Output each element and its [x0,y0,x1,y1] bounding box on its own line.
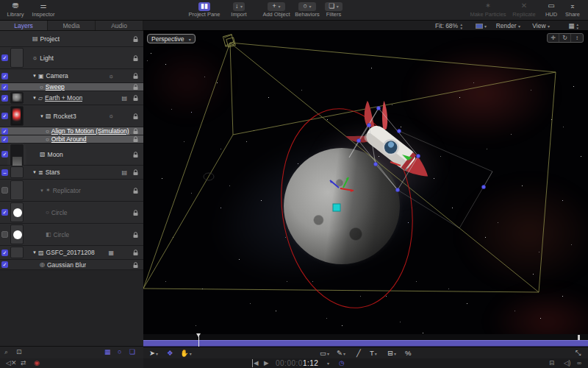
layer-row-gaussian-blur[interactable]: ✓◎Gaussian Blur [0,260,143,270]
layer-label[interactable]: Sweep [46,83,65,91]
layer-checkbox[interactable] [1,231,8,238]
import-button[interactable]: ↓ ▾ Import [226,1,251,18]
orbit-path[interactable] [269,100,425,316]
layer-checkbox[interactable]: ✓ [1,136,8,143]
layer-checkbox[interactable]: ✓ [1,95,8,102]
lock-icon[interactable] [133,52,138,65]
layer-label[interactable]: Rocket3 [54,113,76,120]
layer-checkbox[interactable]: ✓ [1,151,8,158]
dolly-3d-icon[interactable]: ↕ [571,34,583,42]
layer-checkbox[interactable]: ✓ [1,261,8,268]
layer-checkbox[interactable]: – [1,169,8,176]
out-point-marker[interactable] [578,335,580,340]
disclosure-triangle-icon[interactable]: ▼ [40,188,44,193]
layer-row-rocket3[interactable]: ✓▼▧Rocket3☼ [0,105,143,127]
audio-mute-icon[interactable]: ◁✕ [6,359,16,367]
transform-3d-icon[interactable]: ❖ [167,349,173,358]
layer-row-orbit-around[interactable]: ✓○Orbit Around [0,135,143,144]
layer-checkbox[interactable]: ✓ [1,54,8,61]
layer-label[interactable]: Moon [48,151,63,158]
timecode-display[interactable]: 00:00:01:12 [276,358,318,368]
gear-icon[interactable]: ☼ [109,113,114,119]
lock-icon[interactable] [133,91,138,105]
layer-label[interactable]: Circle [54,231,70,238]
lock-icon[interactable] [133,258,138,272]
layer-row-replicator[interactable]: ▼✶Replicator [0,180,143,202]
move-3d-icon[interactable]: ✛ [548,34,559,42]
lock-icon[interactable] [133,110,138,123]
window-layout-control[interactable]: ▦ ▲▼ [568,21,579,31]
anchor-point-handle[interactable] [333,204,340,211]
layer-checkbox[interactable]: ✓ [1,84,8,91]
layer-checkbox[interactable]: ✓ [1,209,8,216]
stepper-icon[interactable]: ▲▼ [460,23,463,30]
timeline-scrubber[interactable] [143,340,588,347]
layer-row-stars[interactable]: –▼≣Stars▤ [0,166,143,180]
tab-media[interactable]: Media [48,21,96,30]
tab-audio[interactable]: Audio [96,21,143,30]
layer-row-circle[interactable]: ◧Circle [0,224,143,246]
lock-icon[interactable] [133,246,138,259]
layers-pane-icon[interactable]: ❏ [129,348,135,355]
select-arrow-icon[interactable]: ➤▾ [149,349,158,358]
layer-label[interactable]: Project [40,35,60,43]
disclosure-triangle-icon[interactable]: ▼ [40,114,44,118]
hud-button[interactable]: ▭ HUD [541,1,562,18]
disclosure-triangle-icon[interactable]: ▼ [32,250,37,255]
selection-handle-dots[interactable] [356,106,485,191]
pane-icon[interactable]: ⊡ [16,348,22,355]
layer-label[interactable]: Stars [46,169,60,176]
layer-checkbox[interactable]: ✓ [1,73,8,79]
layer-label[interactable]: Earth + Moon [45,94,82,102]
record-icon[interactable]: ◉ [34,359,40,367]
resize-panel-icon[interactable]: ⤡ [576,349,581,358]
layer-checkbox[interactable]: ✓ [1,250,8,256]
library-button[interactable]: ⛃ Library [3,1,28,18]
channel-swatch-control[interactable]: ▾ [476,21,487,32]
layer-label[interactable]: Align To Motion (Simulation) [51,127,129,135]
camera-view-menu[interactable]: Perspective ▾ [147,34,196,43]
camera-action-icon[interactable]: ▦ [108,250,114,256]
replicate-button[interactable]: ✕ Replicate [509,1,539,18]
layer-row-light[interactable]: ✓☼Light [0,47,143,69]
share-button[interactable]: ⌅ Share [562,1,584,18]
playhead[interactable] [198,333,199,347]
layer-row-sweep[interactable]: ✓○Sweep [0,83,143,91]
mask-rect-icon[interactable]: ⊟▾ [387,349,396,358]
layer-checkbox[interactable]: ✓ [1,113,8,119]
tab-layers[interactable]: Layers [0,21,48,30]
layer-label[interactable]: Replicator [53,187,81,194]
make-particles-button[interactable]: ✶ Make Particles [467,1,509,18]
layer-row-camera[interactable]: ✓▼▣Camera☼ [0,69,143,83]
gear-icon[interactable]: ☼ [109,73,114,79]
go-to-start-icon[interactable]: ◀ [252,359,259,367]
layer-label[interactable]: Circle [51,209,68,216]
layer-label[interactable]: GSFC_20171208 [46,249,95,256]
inspector-button[interactable]: ⚌ Inspector [29,1,57,18]
search-icon[interactable]: ⌕ [4,348,8,356]
play-icon[interactable]: ▶ [264,359,269,367]
pan-hand-icon[interactable]: ✋▾ [180,349,192,358]
text-tool-icon[interactable]: T▾ [370,349,377,358]
layer-checkbox[interactable] [1,187,8,194]
layer-label[interactable]: Orbit Around [51,135,87,143]
orbit-3d-icon[interactable]: ↻ [559,34,571,42]
lock-icon[interactable] [133,166,138,179]
circle-mask-icon[interactable]: ○ [118,348,121,355]
add-object-button[interactable]: + ▾ Add Object [261,1,292,18]
stepper-icon[interactable]: ▲▼ [576,23,579,30]
loop-playback-icon[interactable]: ∞ [577,359,581,367]
layer-label[interactable]: Gaussian Blur [47,261,86,269]
paint-stroke-icon[interactable]: ✎▾ [337,349,345,358]
lock-icon[interactable] [133,184,138,197]
layer-row-gsfc-20171208[interactable]: ✓▼▨GSFC_20171208▦ [0,246,143,260]
film-icon[interactable]: ▤ [121,95,127,102]
show-frames-icon[interactable]: ⊟ [549,359,554,367]
checkerboard-icon[interactable]: ▦ [104,348,111,355]
layer-row-circle[interactable]: ✓○Circle [0,202,143,224]
disclosure-triangle-icon[interactable]: ▼ [32,96,37,100]
project-pane-button[interactable]: ▮▮ Project Pane [185,1,223,18]
render-menu[interactable]: Render ▾ [496,21,520,32]
lock-icon[interactable] [133,228,138,241]
mini-timeline[interactable] [143,334,588,340]
